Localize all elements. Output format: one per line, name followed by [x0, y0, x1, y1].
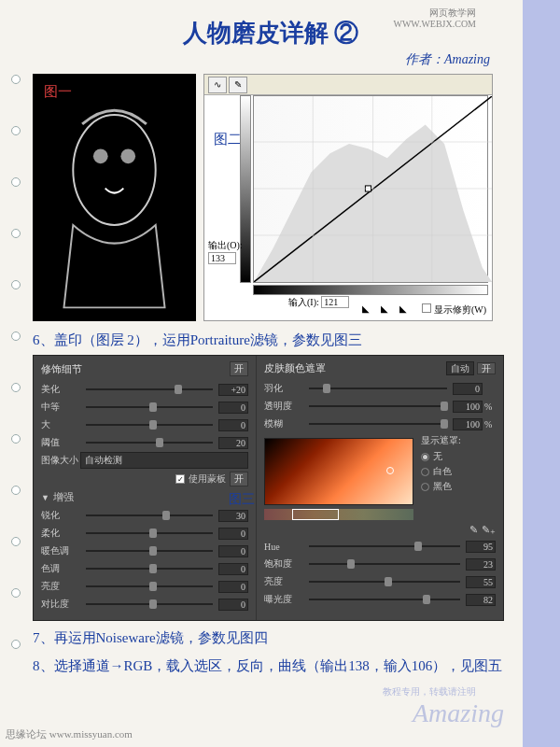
slider-thumb[interactable] — [156, 438, 163, 447]
radio-icon[interactable] — [421, 468, 429, 476]
slider-thumb[interactable] — [385, 577, 392, 586]
radio-row[interactable]: 白色 — [421, 465, 461, 478]
slider-track[interactable] — [86, 514, 213, 516]
use-mask-checkbox[interactable]: ✓ — [175, 474, 185, 484]
author-line: 作者：Amazing — [33, 51, 490, 68]
figure-2-label: 图二 — [214, 131, 242, 148]
pencil-tool-icon[interactable]: ✎ — [229, 77, 247, 93]
slider-track[interactable] — [86, 532, 213, 534]
slider-value[interactable]: 0 — [218, 419, 248, 431]
slider-thumb[interactable] — [149, 402, 157, 412]
slider-row: 大 0 — [41, 417, 248, 432]
mask-on-button[interactable]: 开 — [230, 472, 248, 486]
slider-thumb[interactable] — [441, 419, 448, 429]
curve-tool-icon[interactable]: ∿ — [208, 77, 227, 93]
slider-track[interactable] — [86, 406, 213, 408]
slider-thumb[interactable] — [414, 542, 422, 551]
slider-value[interactable]: 95 — [466, 541, 496, 553]
on-button[interactable]: 开 — [230, 361, 248, 376]
slider-track[interactable] — [86, 568, 213, 570]
slider-track[interactable] — [309, 405, 447, 407]
slider-value[interactable]: 23 — [466, 558, 496, 571]
panel-right: 图三 皮肤颜色遮罩 自动 开 羽化 0 透明度 100 % 模糊 100 % — [257, 356, 503, 620]
slider-value[interactable]: 82 — [466, 594, 496, 606]
slider-row: 阈值 20 — [41, 435, 248, 450]
slider-track[interactable] — [86, 603, 213, 605]
radio-row[interactable]: 黑色 — [421, 480, 461, 493]
watermark-main: Amazing — [413, 698, 504, 728]
slider-thumb[interactable] — [149, 529, 157, 538]
slider-track[interactable] — [86, 442, 213, 444]
enhance-label: 增强 — [53, 490, 74, 504]
radio-icon[interactable] — [421, 453, 429, 461]
input-value[interactable]: 121 — [321, 296, 349, 308]
auto-dropdown[interactable]: 自动 — [446, 361, 474, 375]
slider-value[interactable]: 0 — [218, 402, 248, 414]
eyedropper-gray-icon[interactable]: ◣ — [381, 303, 394, 317]
tutorial-page: 网页教学网 WWW.WEBJX.COM 人物磨皮详解 ② 作者：Amazing … — [0, 0, 523, 747]
slider-label: 饱和度 — [264, 557, 303, 571]
slider-track[interactable] — [309, 599, 460, 600]
slider-thumb[interactable] — [347, 559, 355, 569]
slider-thumb[interactable] — [441, 402, 448, 411]
slider-value[interactable]: 0 — [218, 528, 248, 540]
slider-value[interactable]: 20 — [218, 437, 248, 449]
slider-thumb[interactable] — [162, 511, 170, 520]
slider-thumb[interactable] — [149, 599, 157, 609]
slider-row: 透明度 100 % — [264, 399, 496, 414]
right-on-button[interactable]: 开 — [477, 362, 496, 374]
slider-track[interactable] — [309, 423, 447, 425]
slider-row: Hue 95 — [264, 539, 496, 554]
slider-track[interactable] — [309, 581, 460, 583]
slider-thumb[interactable] — [149, 420, 157, 430]
slider-track[interactable] — [309, 545, 460, 547]
slider-label: 美化 — [41, 383, 80, 396]
slider-thumb[interactable] — [149, 564, 157, 573]
slider-value[interactable]: 0 — [218, 545, 248, 557]
slider-thumb[interactable] — [423, 595, 430, 604]
slider-thumb[interactable] — [175, 385, 182, 394]
output-value[interactable]: 133 — [208, 252, 236, 264]
eyedropper-icon[interactable]: ✎ — [469, 524, 478, 536]
show-clip-label: 显示修剪(W) — [434, 304, 486, 315]
show-clip-checkbox[interactable]: 显示修剪(W) — [422, 303, 486, 317]
slider-value[interactable]: 0 — [218, 563, 248, 575]
radio-row[interactable]: 无 — [421, 450, 461, 463]
slider-label: 模糊 — [264, 417, 303, 430]
slider-thumb[interactable] — [149, 546, 157, 556]
slider-value[interactable]: +20 — [218, 384, 248, 396]
curves-graph[interactable] — [253, 95, 488, 283]
input-label: 输入(I): — [288, 297, 319, 307]
slider-label: 色调 — [41, 562, 80, 575]
eyedropper-plus-icon[interactable]: ✎₊ — [482, 524, 496, 536]
eyedropper-black-icon[interactable]: ◣ — [362, 303, 375, 317]
slider-track[interactable] — [309, 388, 447, 389]
slider-thumb[interactable] — [149, 582, 157, 591]
slider-value[interactable]: 100 — [453, 418, 483, 430]
slider-track[interactable] — [309, 563, 460, 565]
slider-value[interactable]: 0 — [453, 383, 483, 395]
eyedropper-white-icon[interactable]: ◣ — [399, 303, 413, 317]
image-size-dropdown[interactable]: 自动检测 — [80, 452, 248, 469]
slider-value[interactable]: 30 — [218, 510, 248, 522]
checkbox-icon[interactable] — [422, 303, 431, 313]
slider-track[interactable] — [86, 585, 213, 587]
expand-arrow-icon[interactable]: ▼ — [41, 493, 49, 502]
slider-thumb[interactable] — [323, 384, 330, 393]
slider-value[interactable]: 100 — [453, 401, 483, 413]
slider-value[interactable]: 55 — [466, 576, 496, 588]
radio-icon[interactable] — [421, 483, 429, 491]
hue-selection[interactable] — [292, 509, 339, 520]
slider-value[interactable]: 0 — [218, 581, 248, 593]
slider-track[interactable] — [86, 388, 213, 390]
slider-row: 中等 0 — [41, 400, 248, 415]
horizontal-gradient — [253, 285, 488, 295]
slider-label: 透明度 — [264, 400, 303, 413]
slider-track[interactable] — [86, 550, 213, 552]
detail-title: 修饰细节 — [41, 362, 82, 376]
hue-bar[interactable] — [264, 509, 413, 520]
slider-track[interactable] — [86, 424, 213, 426]
color-picker[interactable] — [264, 438, 413, 505]
slider-value[interactable]: 0 — [218, 599, 248, 611]
watermark-line1: 网页教学网 — [393, 7, 476, 19]
